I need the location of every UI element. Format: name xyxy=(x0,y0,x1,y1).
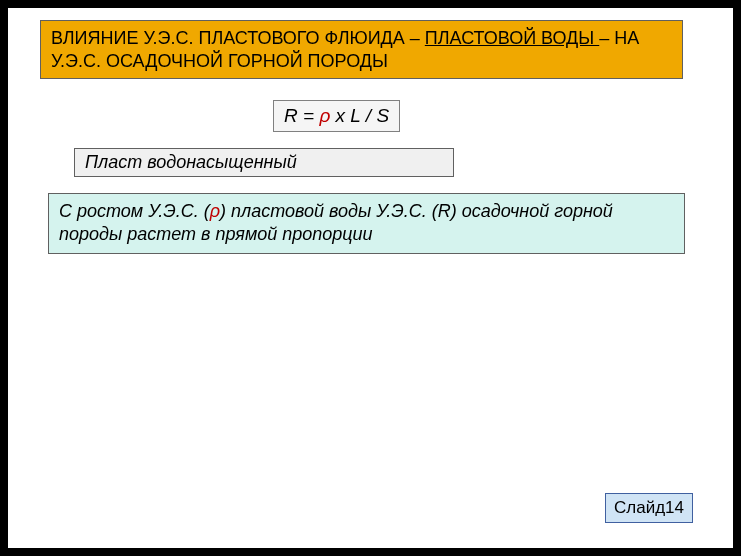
desc-rho: ρ xyxy=(210,201,220,221)
title-part1: ВЛИЯНИЕ У.Э.С. ПЛАСТОВОГО ФЛЮИДА – xyxy=(51,28,425,48)
formula-rho: ρ xyxy=(319,105,330,126)
formula-post: x L / S xyxy=(330,105,389,126)
slide-number-box: Слайд14 xyxy=(605,493,693,523)
formula-pre: R = xyxy=(284,105,319,126)
desc-pre: С ростом У.Э.С. ( xyxy=(59,201,210,221)
title-box: ВЛИЯНИЕ У.Э.С. ПЛАСТОВОГО ФЛЮИДА – ПЛАСТ… xyxy=(40,20,683,79)
label-text: Пласт водонасыщенный xyxy=(85,152,297,172)
formula-box: R = ρ x L / S xyxy=(273,100,400,132)
slide-number-text: Слайд14 xyxy=(614,498,684,517)
title-underlined: ПЛАСТОВОЙ ВОДЫ xyxy=(425,28,599,48)
saturation-label: Пласт водонасыщенный xyxy=(74,148,454,177)
slide: ВЛИЯНИЕ У.Э.С. ПЛАСТОВОГО ФЛЮИДА – ПЛАСТ… xyxy=(8,8,733,548)
description-box: С ростом У.Э.С. (ρ) пластовой воды У.Э.С… xyxy=(48,193,685,254)
